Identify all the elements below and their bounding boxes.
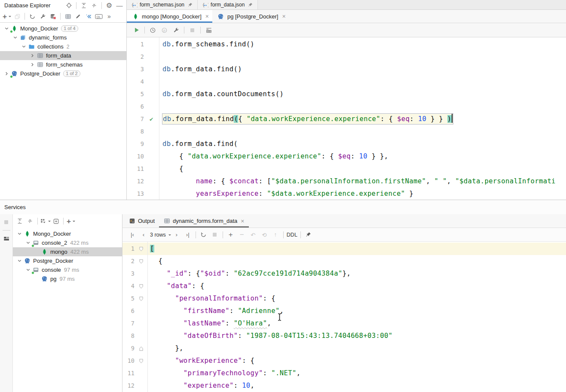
json-text: [ <box>147 243 566 255</box>
query-editor[interactable]: 1db.form_schemas.find()23db.form_data.fi… <box>127 37 566 200</box>
new-datasource-icon[interactable]: + <box>2 12 12 21</box>
add-row-icon[interactable]: + <box>225 230 236 240</box>
settings-wrench-icon[interactable] <box>170 25 182 35</box>
gear-icon[interactable]: ⚙ <box>104 1 114 10</box>
expand-all-icon[interactable] <box>15 216 25 226</box>
duration-text: 422 ms <box>70 249 89 255</box>
run-icon[interactable] <box>131 25 142 35</box>
db-tree-item-collections[interactable]: collections2 <box>0 42 126 51</box>
chevron-down-icon[interactable] <box>24 267 32 272</box>
code-text: db.form_data.find( <box>159 138 566 150</box>
file-tab-form_schemas.json[interactable]: { }form_schemas.json <box>127 0 198 9</box>
first-page-icon[interactable]: |‹ <box>127 230 138 240</box>
line-number: 6 <box>127 100 144 113</box>
chevron-right-icon[interactable] <box>3 71 11 76</box>
services-tree-item-mongo[interactable]: mongo422 ms <box>13 247 122 256</box>
db-tree-item-dynamic_forms[interactable]: dynamic_forms <box>0 33 126 42</box>
db-tree-item-postgre_docker[interactable]: Postgre_Docker1 of 2 <box>0 69 126 78</box>
code-token: : { <box>192 282 204 290</box>
line-number: 8 <box>122 330 135 342</box>
results-tab-output[interactable]: Output <box>124 214 159 228</box>
chevron-down-icon[interactable] <box>24 240 32 245</box>
editor-line-10: 10 { "data.workExperience.experience": {… <box>127 150 566 163</box>
table-icon <box>37 52 43 59</box>
in-editor-results-icon[interactable] <box>203 25 214 35</box>
reload-page-icon[interactable] <box>198 230 209 240</box>
collapse-all-icon[interactable] <box>25 216 35 226</box>
locate-icon[interactable] <box>64 1 74 10</box>
code-token: }, <box>150 344 184 352</box>
line-number: 2 <box>127 51 144 63</box>
chevron-down-icon[interactable] <box>3 26 11 31</box>
code-token: "firstName" <box>184 307 229 315</box>
query-console-icon[interactable]: QL <box>94 12 104 21</box>
fold-down-icon[interactable] <box>135 259 147 264</box>
add-service-icon[interactable]: + <box>66 216 76 226</box>
services-tree-item-console[interactable]: console97 ms <box>13 265 122 274</box>
close-icon[interactable]: × <box>241 218 244 225</box>
close-icon[interactable]: × <box>282 13 285 20</box>
console-tab-mongo[interactable]: mongo [Mongo_Docker]× <box>127 10 212 23</box>
data-view-icon[interactable] <box>1 234 12 243</box>
collapse-all-icon[interactable] <box>89 1 99 10</box>
refresh-icon[interactable] <box>27 12 37 21</box>
open-in-new-tab-icon[interactable] <box>51 216 61 226</box>
duration-text: 422 ms <box>70 240 89 246</box>
editor-line-5: 5db.form_data.countDocuments() <box>127 88 566 100</box>
code-token <box>150 319 184 327</box>
tab-label: pg [Postgre_Docker] <box>227 13 278 20</box>
pin-tab-icon[interactable] <box>303 230 314 240</box>
chevron-down-icon[interactable] <box>20 44 28 49</box>
editor-line-2: 2 <box>127 51 566 63</box>
last-page-icon[interactable]: ›| <box>182 230 193 240</box>
json-text: { <box>147 255 566 267</box>
db-tree-item-form_data[interactable]: form_data <box>0 51 126 60</box>
fold-up-icon[interactable] <box>135 346 147 351</box>
chevron-right-icon[interactable] <box>28 53 37 58</box>
toolbar-separator <box>283 231 284 238</box>
pin-icon[interactable] <box>247 1 254 8</box>
disconnect-icon[interactable] <box>48 12 58 21</box>
file-tab-form_data.json[interactable]: { }form_data.json <box>198 0 258 9</box>
datasource-properties-icon[interactable] <box>37 12 48 21</box>
json-file-icon: { } <box>202 1 208 8</box>
code-token: , <box>267 319 272 327</box>
ddl-button[interactable]: DDL <box>286 230 298 240</box>
chevron-down-icon[interactable] <box>11 35 19 40</box>
jump-to-console-icon[interactable] <box>83 12 94 21</box>
history-icon[interactable] <box>147 25 159 35</box>
fold-down-icon[interactable] <box>135 296 147 301</box>
edit-icon[interactable] <box>73 12 83 21</box>
code-token: ( <box>234 115 238 123</box>
chevron-right-icon[interactable] <box>28 62 37 67</box>
page-size-selector[interactable]: 3 rows <box>149 230 171 240</box>
pin-icon[interactable] <box>187 1 193 8</box>
db-tree-item-mongo_docker[interactable]: Mongo_Docker1 of 4 <box>0 24 126 33</box>
more-icon[interactable]: » <box>104 12 114 21</box>
services-tree-item-pg[interactable]: pg97 ms <box>13 274 122 283</box>
chevron-down-icon[interactable] <box>15 258 24 263</box>
database-explorer-header: Database Explorer ⚙— <box>0 0 126 10</box>
result-json-view[interactable]: 1[2 {3 "_id": {"$oid": "62ac97cce191d714… <box>122 242 566 392</box>
next-page-icon[interactable]: › <box>171 230 182 240</box>
hide-panel-icon[interactable]: — <box>114 1 125 10</box>
services-tree-item-console_2[interactable]: console_2422 ms <box>13 238 122 247</box>
expand-all-icon[interactable] <box>79 1 89 10</box>
fold-down-icon[interactable] <box>135 246 147 252</box>
services-tree-item-postgre_docker[interactable]: Postgre_Docker <box>13 256 122 265</box>
chevron-down-icon[interactable] <box>15 231 24 236</box>
close-icon[interactable]: × <box>205 13 209 20</box>
previous-page-icon[interactable]: ‹ <box>138 230 149 240</box>
delete-row-icon: − <box>236 230 248 240</box>
console-tab-pg[interactable]: pg [Postgre_Docker]× <box>212 10 289 23</box>
fold-down-icon[interactable] <box>135 284 147 289</box>
services-tree-item-mongo_docker[interactable]: Mongo_Docker <box>13 229 122 238</box>
code-token: "lastName" <box>184 319 225 327</box>
code-token: .form_data.find() <box>171 65 242 73</box>
table-icon[interactable] <box>63 12 73 21</box>
group-by-icon[interactable] <box>40 216 51 226</box>
fold-down-icon[interactable] <box>135 359 147 364</box>
editor-line-3: 3db.form_data.find() <box>127 63 566 76</box>
results-tab-dynamic_forms.form_data[interactable]: dynamic_forms.form_data× <box>159 214 248 228</box>
db-tree-item-form_schemas[interactable]: form_schemas <box>0 60 126 69</box>
